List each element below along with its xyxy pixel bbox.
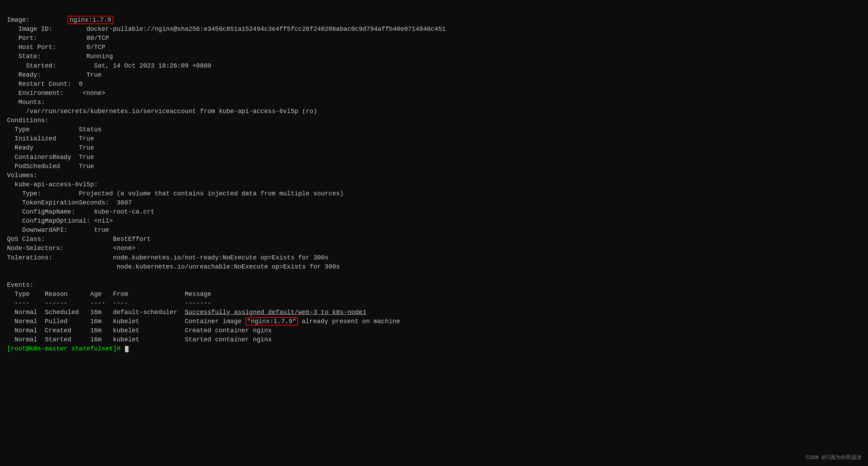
ready-label: Ready: bbox=[18, 71, 41, 78]
event2-from: kubelet bbox=[113, 318, 139, 325]
tolerations-label: Tolerations: bbox=[7, 254, 53, 261]
mounts-value: /var/run/secrets/kubernetes.io/serviceac… bbox=[26, 108, 317, 115]
token-exp-label: TokenExpirationSeconds: bbox=[22, 199, 109, 206]
events-col-reason: Reason bbox=[45, 291, 68, 298]
watermark-text: CSDN @只因为你而温淡 bbox=[806, 454, 862, 462]
event1-age: 16m bbox=[90, 309, 102, 316]
host-port-value: 0/TCP bbox=[86, 44, 105, 51]
prompt-line[interactable]: [root@k8s-master statefulset]# bbox=[7, 345, 129, 352]
type-projected-value: Projected (a volume that contains inject… bbox=[79, 190, 343, 197]
events-col-from: From bbox=[113, 291, 128, 298]
image-value-boxed: nginx:1.7.9 bbox=[68, 16, 113, 24]
containers-ready-label: ContainersReady bbox=[15, 154, 71, 161]
events-dash-reason: ------ bbox=[45, 300, 68, 307]
state-value: Running bbox=[86, 53, 113, 60]
qos-label: QoS Class: bbox=[7, 236, 45, 243]
events-dash-type: ---- bbox=[15, 300, 30, 307]
containers-ready-value: True bbox=[79, 154, 94, 161]
token-exp-value: 3607 bbox=[117, 199, 132, 206]
event4-reason: Started bbox=[45, 336, 71, 343]
events-label: Events: bbox=[7, 281, 34, 288]
environment-value: <none> bbox=[83, 90, 105, 97]
type-header: Type bbox=[15, 126, 30, 133]
event3-message: Created container nginx bbox=[185, 327, 272, 334]
configmap-optional-value: <nil> bbox=[94, 217, 113, 224]
event3-type: Normal bbox=[15, 327, 37, 334]
events-dash-message: ------- bbox=[185, 300, 211, 307]
event4-message: Started container nginx bbox=[185, 336, 272, 343]
events-dash-from: ---- bbox=[113, 300, 128, 307]
event4-type: Normal bbox=[15, 336, 37, 343]
image-label: Image: bbox=[7, 16, 30, 23]
initialized-value: True bbox=[79, 135, 94, 142]
ready-value: True bbox=[86, 71, 102, 78]
terminal-cursor bbox=[125, 346, 129, 352]
terminal-output: Image: nginx:1.7.9 Image ID: docker-pull… bbox=[7, 6, 861, 354]
port-label: Port: bbox=[18, 35, 37, 42]
event2-type: Normal bbox=[15, 318, 37, 325]
events-dash-age: ---- bbox=[90, 300, 105, 307]
ready-cond-label: Ready bbox=[15, 144, 34, 151]
pod-scheduled-label: PodScheduled bbox=[15, 163, 60, 170]
event3-reason: Created bbox=[45, 327, 71, 334]
event1-reason: Scheduled bbox=[45, 309, 79, 316]
event2-message: Container image "nginx:1.7.9" already pr… bbox=[185, 317, 400, 326]
event1-from: default-scheduler bbox=[113, 309, 177, 316]
status-header: Status bbox=[79, 126, 102, 133]
event3-from: kubelet bbox=[113, 327, 139, 334]
volume-name: kube-api-access-6vl5p: bbox=[15, 181, 98, 188]
started-label: Started: bbox=[26, 62, 56, 69]
type-projected-label: Type: bbox=[22, 190, 41, 197]
started-value: Sat, 14 Oct 2023 18:26:09 +0800 bbox=[94, 62, 211, 69]
downward-api-label: DownwardAPI: bbox=[22, 227, 68, 234]
volumes-label: Volumes: bbox=[7, 172, 37, 179]
image-id-label: Image ID: bbox=[18, 26, 52, 33]
event4-age: 16m bbox=[90, 336, 102, 343]
conditions-label: Conditions: bbox=[7, 117, 49, 124]
prompt-prefix: [root@k8s-master statefulset]# bbox=[7, 345, 124, 352]
toleration1: node.kubernetes.io/not-ready:NoExecute o… bbox=[113, 254, 328, 261]
events-col-type: Type bbox=[15, 291, 30, 298]
event1-message: Successfully assigned default/web-3 to k… bbox=[185, 309, 366, 316]
configmap-name-value: kube-root-ca.crt bbox=[94, 208, 154, 215]
configmap-name-label: ConfigMapName: bbox=[22, 208, 75, 215]
qos-value: BestEffort bbox=[113, 236, 151, 243]
event4-from: kubelet bbox=[113, 336, 139, 343]
toleration2: node.kubernetes.io/unreachable:NoExecute… bbox=[117, 263, 340, 270]
event2-age: 16m bbox=[90, 318, 102, 325]
event1-type: Normal bbox=[15, 309, 37, 316]
port-value: 80/TCP bbox=[86, 35, 109, 42]
events-col-message: Message bbox=[185, 291, 211, 298]
mounts-label: Mounts: bbox=[18, 99, 45, 106]
initialized-label: Initialized bbox=[15, 135, 56, 142]
restart-count-value: 0 bbox=[79, 81, 83, 88]
node-selectors-value: <none> bbox=[113, 245, 136, 252]
configmap-optional-label: ConfigMapOptional: bbox=[22, 217, 90, 224]
downward-api-value: true bbox=[94, 227, 109, 234]
ready-cond-value: True bbox=[79, 144, 94, 151]
host-port-label: Host Port: bbox=[18, 44, 56, 51]
restart-count-label: Restart Count: bbox=[18, 81, 71, 88]
events-col-age: Age bbox=[90, 291, 102, 298]
event2-reason: Pulled bbox=[45, 318, 68, 325]
image-id-value: docker-pullable://nginx@sha256:e3456c851… bbox=[86, 26, 446, 33]
event2-image-boxed: "nginx:1.7.9" bbox=[245, 317, 298, 326]
node-selectors-label: Node-Selectors: bbox=[7, 245, 64, 252]
environment-label: Environment: bbox=[18, 90, 64, 97]
event3-age: 16m bbox=[90, 327, 102, 334]
state-label: State: bbox=[18, 53, 41, 60]
pod-scheduled-value: True bbox=[79, 163, 94, 170]
